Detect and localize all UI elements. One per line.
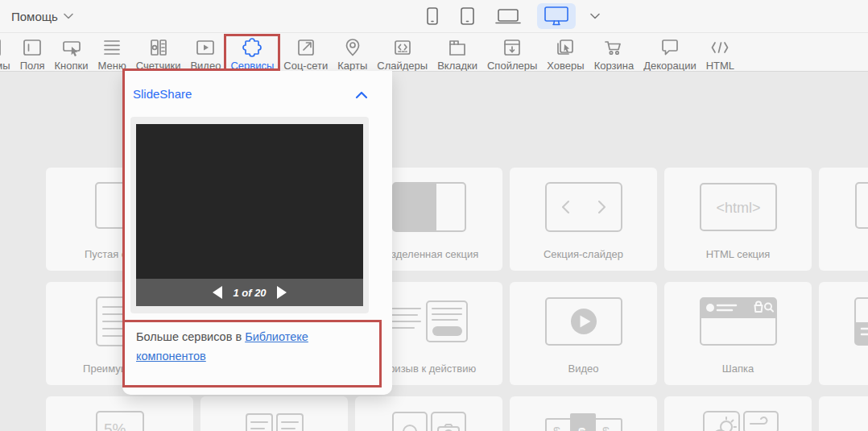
svg-text:$: $ bbox=[602, 425, 610, 431]
sliders-icon bbox=[392, 37, 413, 58]
social-icon bbox=[296, 37, 316, 58]
toolbar-item-label: Соц-сети bbox=[283, 60, 328, 72]
card-site-header[interactable]: Шапка bbox=[664, 282, 812, 385]
toolbar-item-spoilers[interactable]: Спойлеры bbox=[484, 37, 540, 72]
prev-arrow-icon[interactable] bbox=[213, 286, 222, 299]
next-arrow-icon[interactable] bbox=[277, 286, 287, 299]
video-icon bbox=[195, 37, 216, 58]
toolbar-item-menu[interactable]: Меню bbox=[95, 37, 130, 72]
card-reviews[interactable] bbox=[819, 396, 868, 431]
toolbar-item-video[interactable]: Видео bbox=[187, 37, 224, 72]
toolbar-item-label: Поля bbox=[20, 60, 45, 72]
toolbar-item-tabs[interactable]: Вкладки bbox=[434, 37, 481, 72]
phone-device-button[interactable] bbox=[427, 7, 438, 25]
toolbar-item-label: Карты bbox=[337, 60, 367, 72]
cart-icon bbox=[603, 37, 624, 58]
split-section-icon bbox=[385, 180, 473, 234]
toolbar-item-label: Формы bbox=[0, 60, 10, 72]
site-header-icon bbox=[694, 295, 783, 348]
top-bar: Помощь bbox=[0, 0, 868, 33]
popup-title[interactable]: SlideShare bbox=[133, 87, 192, 101]
toolbar-item-label: Кнопки bbox=[55, 60, 89, 72]
toolbar-item-hovers[interactable]: Ховеры bbox=[544, 37, 587, 72]
toolbar-item-forms[interactable]: Формы bbox=[0, 37, 14, 72]
help-label: Помощь bbox=[11, 10, 58, 23]
buttons-icon bbox=[61, 37, 82, 58]
slide-area bbox=[136, 124, 363, 279]
toolbar-item-label: Счетчики bbox=[136, 60, 181, 72]
menu-icon bbox=[101, 37, 122, 58]
card-gallery[interactable]: Галерея bbox=[664, 396, 812, 431]
toolbar-item-label: Корзина bbox=[594, 60, 634, 72]
call-to-action-icon bbox=[385, 295, 473, 348]
faq-icon bbox=[230, 409, 319, 431]
card-slider-section[interactable]: Секция-слайдер bbox=[510, 168, 657, 271]
toolbar-item-label: Слайдеры bbox=[377, 60, 428, 72]
toolbar-item-label: Вкладки bbox=[437, 60, 477, 72]
toolbar-item-cart[interactable]: Корзина bbox=[591, 37, 638, 72]
spoilers-icon bbox=[502, 37, 523, 58]
card-price-table[interactable]: $$$Таблица цен bbox=[510, 396, 657, 431]
help-menu-button[interactable]: Помощь bbox=[11, 0, 73, 32]
slide-controls: 1 of 20 bbox=[136, 279, 363, 306]
toolbar-item-counters[interactable]: Счетчики bbox=[133, 37, 184, 72]
toolbar-item-html[interactable]: HTML bbox=[703, 37, 738, 72]
card-label: Видео bbox=[510, 363, 657, 375]
reviews-icon bbox=[849, 409, 868, 431]
card-products[interactable]: Товары bbox=[355, 396, 502, 431]
laptop-icon bbox=[495, 8, 521, 24]
card-label: Секция-слайдер bbox=[510, 248, 657, 260]
gallery-icon bbox=[694, 409, 783, 431]
chevron-up-icon[interactable] bbox=[355, 91, 368, 99]
laptop-device-button[interactable] bbox=[495, 8, 521, 24]
category-toolbar: ФормыПоляКнопкиМенюСчетчикиВидеоСервисыС… bbox=[0, 33, 868, 72]
toolbar-item-services[interactable]: Сервисы bbox=[227, 37, 277, 72]
note-text: Больше сервисов в bbox=[136, 330, 242, 343]
toolbar-item-label: Сервисы bbox=[230, 60, 274, 72]
svg-text:$: $ bbox=[578, 425, 586, 431]
price-table-icon: $$$ bbox=[539, 409, 628, 431]
toolbar-item-social[interactable]: Соц-сети bbox=[280, 37, 331, 72]
hovers-icon bbox=[555, 37, 576, 58]
card-faq[interactable]: Вопросы и ответы bbox=[200, 396, 348, 431]
tablet-device-button[interactable] bbox=[461, 7, 474, 25]
tabs-icon bbox=[447, 37, 468, 58]
card-site-footer[interactable] bbox=[819, 282, 868, 385]
card-numbers[interactable]: 5%Цифры bbox=[46, 396, 193, 431]
site-footer-icon bbox=[849, 295, 868, 348]
products-icon bbox=[385, 409, 473, 431]
slide-counter: 1 of 20 bbox=[233, 287, 266, 299]
toolbar-item-maps[interactable]: Карты bbox=[334, 37, 370, 72]
toolbar-item-label: Спойлеры bbox=[487, 60, 537, 72]
toolbar-item-decorations[interactable]: Декорации bbox=[640, 37, 700, 72]
svg-text:<html>: <html> bbox=[716, 200, 760, 216]
toolbar-item-label: Декорации bbox=[643, 60, 696, 72]
section-outline-icon bbox=[849, 180, 868, 234]
card-label: HTML секция bbox=[664, 248, 812, 260]
card-section-outline[interactable] bbox=[819, 168, 868, 271]
phone-icon bbox=[427, 7, 438, 25]
toolbar-item-label: Видео bbox=[190, 60, 221, 72]
maps-icon bbox=[342, 37, 363, 58]
html-icon bbox=[709, 37, 730, 58]
toolbar-item-fields[interactable]: Поля bbox=[17, 37, 48, 72]
chevron-down-icon[interactable] bbox=[590, 13, 600, 19]
page: Помощь ФормыПоляКнопкиМенюСчетчикиВидеоС… bbox=[0, 0, 868, 431]
toolbar-item-buttons[interactable]: Кнопки bbox=[52, 37, 92, 72]
decorations-icon bbox=[659, 37, 680, 58]
slideshare-popup: SlideShare 1 of 20 Больше сервисов в Биб… bbox=[122, 71, 392, 395]
tablet-icon bbox=[461, 7, 474, 25]
slideshare-preview: 1 of 20 bbox=[130, 117, 369, 313]
card-html-section[interactable]: <html>HTML секция bbox=[664, 168, 812, 271]
numbers-icon: 5% bbox=[76, 409, 164, 431]
svg-text:$: $ bbox=[553, 425, 560, 431]
toolbar-item-label: Ховеры bbox=[547, 60, 584, 72]
card-video-play[interactable]: Видео bbox=[510, 282, 657, 385]
services-icon bbox=[242, 37, 262, 58]
counters-icon bbox=[148, 37, 169, 58]
slider-section-icon bbox=[539, 180, 628, 234]
toolbar-item-sliders[interactable]: Слайдеры bbox=[374, 37, 431, 72]
forms-icon bbox=[0, 37, 3, 58]
desktop-device-button[interactable] bbox=[537, 3, 576, 29]
toolbar-item-label: HTML bbox=[706, 60, 734, 72]
